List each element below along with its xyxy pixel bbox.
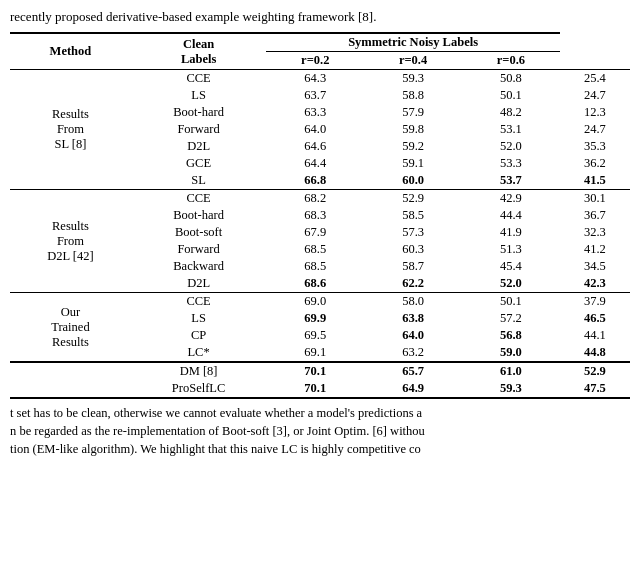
r06-cell: 47.5: [560, 380, 630, 398]
clean-cell: 69.0: [266, 293, 364, 311]
section-header-2: OurTrainedResults: [10, 293, 131, 363]
clean-cell: 70.1: [266, 362, 364, 380]
r02-cell: 52.9: [364, 190, 462, 208]
header-row-1: Method Clean Labels Symmetric Noisy Labe…: [10, 33, 630, 52]
bottom-data-row: DM [8]70.165.761.052.9: [10, 362, 630, 380]
r04-cell: 50.8: [462, 70, 560, 88]
clean-cell: 70.1: [266, 380, 364, 398]
method-cell: CCE: [131, 293, 267, 311]
method-cell: Boot-soft: [131, 224, 267, 241]
method-cell: ProSelfLC: [131, 380, 267, 398]
r06-cell: 44.1: [560, 327, 630, 344]
method-cell: Boot-hard: [131, 207, 267, 224]
r02-cell: 60.0: [364, 172, 462, 190]
clean-cell: 69.9: [266, 310, 364, 327]
clean-cell: 64.3: [266, 70, 364, 88]
r02-cell: 58.5: [364, 207, 462, 224]
r02-cell: 58.0: [364, 293, 462, 311]
clean-cell: 66.8: [266, 172, 364, 190]
r04-cell: 45.4: [462, 258, 560, 275]
r06-cell: 52.9: [560, 362, 630, 380]
r02-cell: 57.9: [364, 104, 462, 121]
table-row: OurTrainedResultsCCE69.058.050.137.9: [10, 293, 630, 311]
clean-cell: 64.4: [266, 155, 364, 172]
r04-cell: 48.2: [462, 104, 560, 121]
r04-cell: 41.9: [462, 224, 560, 241]
section-header-1: ResultsFromD2L [42]: [10, 190, 131, 293]
r04-cell: 59.0: [462, 344, 560, 362]
bottom-data-row: ProSelfLC70.164.959.347.5: [10, 380, 630, 398]
symmetric-noisy-header: Symmetric Noisy Labels: [266, 33, 560, 52]
r06-cell: 32.3: [560, 224, 630, 241]
clean-cell: 68.6: [266, 275, 364, 293]
r04-cell: 57.2: [462, 310, 560, 327]
r04-cell: 44.4: [462, 207, 560, 224]
bottom-line-3: tion (EM-like algorithm). We highlight t…: [10, 440, 630, 458]
r06-cell: 35.3: [560, 138, 630, 155]
r04-cell: 53.7: [462, 172, 560, 190]
r04-cell: 53.1: [462, 121, 560, 138]
empty-section-cell: [10, 380, 131, 398]
r04-cell: 51.3: [462, 241, 560, 258]
table-row: ResultsFromSL [8]CCE64.359.350.825.4: [10, 70, 630, 88]
clean-cell: 68.5: [266, 241, 364, 258]
clean-cell: 69.5: [266, 327, 364, 344]
clean-cell: 63.3: [266, 104, 364, 121]
r06-cell: 24.7: [560, 121, 630, 138]
method-cell: D2L: [131, 138, 267, 155]
r06-cell: 41.2: [560, 241, 630, 258]
table-wrapper: Method Clean Labels Symmetric Noisy Labe…: [10, 32, 630, 399]
r02-cell: 58.7: [364, 258, 462, 275]
top-text: recently proposed derivative-based examp…: [10, 8, 630, 26]
r02-cell: 65.7: [364, 362, 462, 380]
method-cell: LS: [131, 87, 267, 104]
results-table: Method Clean Labels Symmetric Noisy Labe…: [10, 32, 630, 399]
r04-cell: 59.3: [462, 380, 560, 398]
clean-cell: 68.3: [266, 207, 364, 224]
r04-cell: 42.9: [462, 190, 560, 208]
method-cell: DM [8]: [131, 362, 267, 380]
r04-cell: 50.1: [462, 293, 560, 311]
r02-cell: 59.1: [364, 155, 462, 172]
r04-cell: 61.0: [462, 362, 560, 380]
method-cell: CP: [131, 327, 267, 344]
r06-cell: 34.5: [560, 258, 630, 275]
method-cell: LS: [131, 310, 267, 327]
clean-labels-header: Clean Labels: [131, 33, 267, 70]
r06-cell: 30.1: [560, 190, 630, 208]
r02-cell: 60.3: [364, 241, 462, 258]
r06-cell: 25.4: [560, 70, 630, 88]
r06-cell: 41.5: [560, 172, 630, 190]
r02-cell: 59.8: [364, 121, 462, 138]
r06-cell: 36.2: [560, 155, 630, 172]
table-body: ResultsFromSL [8]CCE64.359.350.825.4LS63…: [10, 70, 630, 399]
section-header-0: ResultsFromSL [8]: [10, 70, 131, 190]
method-cell: Backward: [131, 258, 267, 275]
method-cell: Forward: [131, 241, 267, 258]
method-header: Method: [10, 33, 131, 70]
empty-section-cell: [10, 362, 131, 380]
method-cell: LC*: [131, 344, 267, 362]
r02-cell: 57.3: [364, 224, 462, 241]
r06-cell: 36.7: [560, 207, 630, 224]
r06-cell: 42.3: [560, 275, 630, 293]
r06-cell: 37.9: [560, 293, 630, 311]
method-cell: CCE: [131, 190, 267, 208]
r02-cell: 59.3: [364, 70, 462, 88]
clean-cell: 68.5: [266, 258, 364, 275]
clean-cell: 64.0: [266, 121, 364, 138]
method-cell: CCE: [131, 70, 267, 88]
r04-cell: 52.0: [462, 138, 560, 155]
r04-cell: 53.3: [462, 155, 560, 172]
r02-cell: 63.8: [364, 310, 462, 327]
method-cell: D2L: [131, 275, 267, 293]
method-cell: SL: [131, 172, 267, 190]
table-row: ResultsFromD2L [42]CCE68.252.942.930.1: [10, 190, 630, 208]
method-cell: Forward: [131, 121, 267, 138]
method-cell: GCE: [131, 155, 267, 172]
r02-header: r=0.2: [266, 52, 364, 70]
page-container: recently proposed derivative-based examp…: [0, 0, 640, 467]
r02-cell: 59.2: [364, 138, 462, 155]
r04-header: r=0.4: [364, 52, 462, 70]
r04-cell: 56.8: [462, 327, 560, 344]
